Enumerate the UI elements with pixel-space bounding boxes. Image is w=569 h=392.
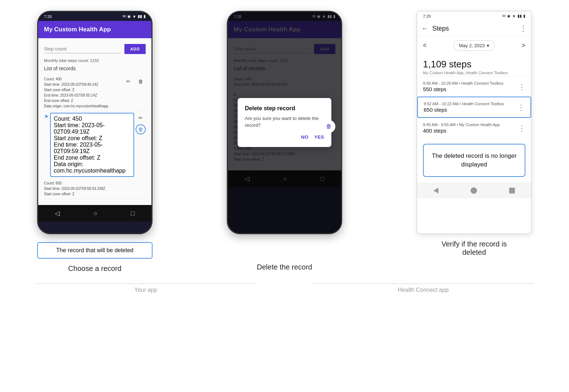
delete-dialog: Delete step record Are you sure you want… [238, 98, 331, 147]
home-nav-1[interactable]: ○ [93, 210, 97, 217]
your-app-section: Your app [7, 284, 284, 293]
hc-entry-3-more[interactable]: ⋮ [518, 124, 525, 133]
recents-nav-1[interactable]: □ [131, 210, 135, 217]
phone-2: 7:28 ✉ ◉ ▼ ▮▮ ▮ My Custom Health App ADD [227, 11, 342, 234]
record-callout-1: The record that will be deleted [37, 242, 153, 259]
wifi-icon-1: ▼ [132, 14, 136, 19]
hc-back-button[interactable]: ← [422, 25, 428, 32]
step-input-1[interactable] [44, 45, 121, 53]
app-header-1: My Custom Health App [38, 21, 151, 38]
hc-toolbar: ← Steps ⋮ [417, 21, 531, 37]
dialog-title: Delete step record [245, 105, 324, 112]
date-pill[interactable]: May 2, 2023 ▾ [454, 40, 495, 51]
dialog-yes-button[interactable]: YES [314, 134, 324, 140]
health-connect-section: Health Connect app [284, 284, 562, 293]
callout-text-1: The record that will be deleted [56, 247, 133, 253]
record1-end-zone: End zone offset: Z [44, 98, 146, 103]
recents-nav-3[interactable] [509, 188, 515, 193]
hc-entry-1-time: 9:58 AM - 10:28 AM • Health Connect Tool… [423, 81, 518, 85]
arrow-icon-1: ➤ [44, 113, 49, 120]
input-row-1: ADD [44, 44, 146, 54]
hc-entry-3: 9:45 AM - 9:55 AM • My Custom Health App… [417, 118, 531, 138]
date-dropdown-icon: ▾ [487, 43, 489, 48]
alarm-icon-3: ◉ [507, 14, 511, 18]
record-item-1: Count: 400 Start time: 2023-05-02T09:45:… [44, 74, 146, 111]
your-app-label: Your app [134, 287, 157, 293]
date-text: May 2, 2023 [459, 43, 485, 48]
divider-row: Your app Health Connect app [7, 284, 562, 293]
record2-count: Count: 450 [54, 116, 131, 122]
hc-entry-2-info: 9:52 AM - 10:22 AM • Health Connect Tool… [424, 102, 517, 113]
status-icons-1: ✉ ◉ ▼ ▮▮ ▮ [123, 14, 146, 19]
dialog-actions: NO YES [245, 134, 324, 140]
list-title-1: List of records [44, 66, 146, 71]
signal-icon-1: ▮▮ [138, 14, 142, 19]
record3-start: Start time: 2023-05-02T09:58:53.338Z [44, 186, 146, 191]
section-label-2: Delete the record [257, 263, 312, 271]
bottom-nav-3 [417, 183, 531, 198]
alarm-icon-1: ◉ [127, 14, 131, 19]
record1-origin: Data origin: com.hc.mycustomhealthapp [44, 103, 146, 109]
app-title-1: My Custom Health App [44, 26, 111, 33]
delete-icon-overlay: 🗑 [322, 120, 335, 133]
monthly-total-1: Monthly total steps count: 1232 [44, 58, 146, 63]
hc-date-nav: < May 2, 2023 ▾ > [417, 37, 531, 54]
date-next-button[interactable]: > [521, 42, 525, 49]
hc-entry-1-info: 9:58 AM - 10:28 AM • Health Connect Tool… [423, 81, 518, 92]
date-prev-button[interactable]: < [423, 42, 427, 49]
status-time-3: 7:29 [423, 14, 431, 18]
dialog-message: Are you sure you want to delete the reco… [245, 115, 324, 128]
phone-section-2: 7:28 ✉ ◉ ▼ ▮▮ ▮ My Custom Health App ADD [197, 11, 372, 271]
phone-1: 7:28 ✉ ◉ ▼ ▮▮ ▮ My Custom Health App ADD [37, 11, 153, 234]
hc-screen-title: Steps [432, 25, 520, 32]
home-nav-3[interactable] [471, 187, 477, 194]
hc-entry-3-steps: 400 steps [423, 128, 518, 134]
record2-origin: Data origin: com.hc.mycustomhealthapp [54, 161, 131, 174]
hc-steps-total: 1,109 steps My Custom Health App, Health… [417, 54, 531, 76]
phone-section-1: 7:28 ✉ ◉ ▼ ▮▮ ▮ My Custom Health App ADD [7, 11, 182, 273]
hc-entry-1-steps: 550 steps [423, 86, 518, 92]
battery-icon-1: ▮ [144, 14, 146, 19]
phone-section-3: 7:29 ✉ ◉ ▼ ▮▮ ▮ ← Steps ⋮ < May 2, 20 [387, 11, 562, 257]
status-bar-1: 7:28 ✉ ◉ ▼ ▮▮ ▮ [38, 12, 151, 21]
delete-icon-2[interactable]: 🗑 [136, 124, 146, 134]
edit-icon-2[interactable]: ✏ [136, 113, 146, 123]
record2-start: Start time: 2023-05-02T09:49:19Z [54, 122, 131, 135]
bottom-nav-1: ◁ ○ □ [38, 205, 151, 222]
signal-icon-3: ▮▮ [517, 14, 522, 18]
deleted-callout: The deleted record is no longer displaye… [423, 144, 525, 177]
hc-steps-source: My Custom Health App, Health Connect Too… [423, 71, 525, 75]
hc-entry-2-time: 9:52 AM - 10:22 AM • Health Connect Tool… [424, 102, 517, 106]
divider-line-2 [312, 284, 534, 284]
hc-entry-2-more[interactable]: ⋮ [517, 103, 525, 112]
add-button-1[interactable]: ADD [124, 44, 146, 54]
hc-entry-2: 9:52 AM - 10:22 AM • Health Connect Tool… [417, 97, 531, 118]
record-item-3: Count: 650 Start time: 2023-05-02T09:58:… [44, 178, 146, 199]
back-nav-3[interactable] [433, 188, 438, 193]
back-nav-1[interactable]: ◁ [55, 209, 60, 217]
hc-entry-1: 9:58 AM - 10:28 AM • Health Connect Tool… [417, 76, 531, 97]
hc-entry-1-more[interactable]: ⋮ [518, 83, 525, 91]
battery-icon-3: ▮ [523, 14, 525, 18]
hc-total-count: 1,109 steps [423, 59, 525, 70]
record2-end-zone: End zone offset: Z [54, 155, 131, 161]
dialog-no-button[interactable]: NO [301, 134, 309, 140]
section-label-1: Choose a record [68, 264, 122, 273]
email-icon-3: ✉ [502, 14, 506, 18]
record2-start-zone: Start zone offset: Z [54, 135, 131, 142]
status-icons-3: ✉ ◉ ▼ ▮▮ ▮ [502, 14, 525, 18]
record-item-2-highlighted: Count: 450 Start time: 2023-05-02T09:49:… [50, 113, 134, 177]
record1-actions: ✏ 🗑 [123, 76, 146, 86]
wifi-icon-3: ▼ [512, 14, 516, 18]
record2-end: End time: 2023-05-02T09:59:19Z [54, 142, 131, 155]
edit-icon-1[interactable]: ✏ [123, 76, 133, 86]
hc-entry-3-info: 9:45 AM - 9:55 AM • My Custom Health App… [423, 122, 518, 134]
section-label-3: Verify if the record is deleted [431, 240, 517, 257]
hc-more-button[interactable]: ⋮ [520, 24, 527, 33]
health-connect-label: Health Connect app [398, 287, 449, 293]
email-icon-1: ✉ [123, 14, 126, 19]
delete-dialog-overlay: Delete step record Are you sure you want… [228, 12, 341, 233]
delete-icon-1[interactable]: 🗑 [136, 76, 146, 86]
hc-entry-3-time: 9:45 AM - 9:55 AM • My Custom Health App [423, 122, 518, 127]
divider-line-1 [35, 284, 257, 284]
